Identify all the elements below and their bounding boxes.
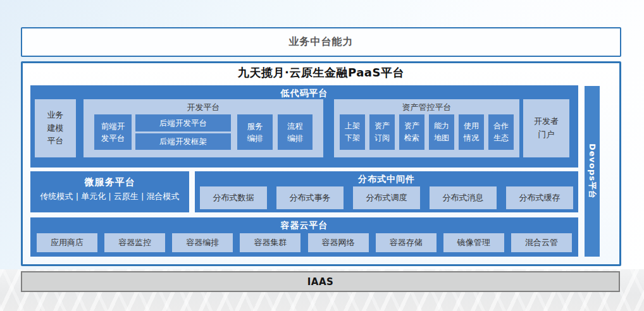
asset-item-label: 上架下架 xyxy=(345,120,361,143)
iaas-bar: IAAS xyxy=(21,271,620,292)
frontend-dev-platform-label: 前端开发平台 xyxy=(101,120,125,145)
asset-control-panel: 资产管控平台 上架下架 资产订阅 资产检索 能力地图 使用情况 xyxy=(334,99,519,157)
backend-dev-platform-box: 后端开发平台 xyxy=(135,114,231,131)
asset-item-label: 合作生态 xyxy=(493,120,509,143)
container-item-box: 容器监控 xyxy=(104,233,165,252)
developer-portal-box: 开发者门户 xyxy=(523,99,569,157)
service-orchestration-box: 服务编排 xyxy=(237,114,273,150)
section-distributed-middleware: 分布式中间件 分布式数据 分布式事务 分布式调度 分布式消息 分布式缓存 xyxy=(195,171,578,212)
middleware-items: 分布式数据 分布式事务 分布式调度 分布式消息 分布式缓存 xyxy=(195,186,578,209)
asset-item-label: 资产检索 xyxy=(404,120,420,143)
paas-platform-box: 九天揽月·云原生金融PaaS平台 低代码平台 业务建模平台 开发平台 前端开发平… xyxy=(21,61,621,266)
middleware-item-box: 分布式消息 xyxy=(430,186,497,209)
lowcode-body: 业务建模平台 开发平台 前端开发平台 后端开发平台 后端开发框架 服务编排 xyxy=(30,99,578,157)
container-item-box: 容器编排 xyxy=(172,233,233,252)
container-cloud-items: 应用商店 容器监控 容器编排 容器集群 容器网络 容器存储 镜像管理 混合云管 xyxy=(30,233,578,252)
devops-platform-label: Devops平台 xyxy=(586,143,598,199)
container-item-box: 镜像管理 xyxy=(443,233,504,252)
frontend-dev-platform-box: 前端开发平台 xyxy=(94,114,132,150)
microservice-title: 微服务平台 xyxy=(30,176,189,188)
asset-control-title: 资产管控平台 xyxy=(334,99,519,114)
business-modeling-platform-box: 业务建模平台 xyxy=(35,99,76,157)
asset-item-box: 上架下架 xyxy=(340,114,365,150)
iaas-label: IAAS xyxy=(307,276,334,288)
asset-item-label: 能力地图 xyxy=(434,120,450,143)
container-item-box: 应用商店 xyxy=(37,233,97,252)
section-lowcode-platform: 低代码平台 业务建模平台 开发平台 前端开发平台 后端开发平台 后端开发框架 xyxy=(30,85,578,168)
container-cloud-title: 容器云平台 xyxy=(30,217,578,231)
asset-item-box: 合作生态 xyxy=(488,114,514,150)
platform-title: 九天揽月·云原生金融PaaS平台 xyxy=(23,65,619,80)
business-midplatform-banner: 业务中台能力 xyxy=(21,27,621,57)
backend-dev-framework-box: 后端开发框架 xyxy=(135,133,231,150)
dev-platform-title: 开发平台 xyxy=(84,99,323,114)
asset-item-label: 使用情况 xyxy=(464,120,480,143)
section-container-cloud: 容器云平台 应用商店 容器监控 容器编排 容器集群 容器网络 容器存储 镜像管理… xyxy=(30,217,578,257)
backend-stack: 后端开发平台 后端开发框架 xyxy=(135,114,231,150)
asset-item-label: 资产订阅 xyxy=(375,120,390,143)
container-item-box: 容器存储 xyxy=(376,233,437,252)
asset-item-box: 能力地图 xyxy=(429,114,454,150)
paas-architecture-diagram: 业务中台能力 九天揽月·云原生金融PaaS平台 低代码平台 业务建模平台 开发平… xyxy=(0,0,644,311)
dev-platform-items: 前端开发平台 后端开发平台 后端开发框架 服务编排 流程编排 xyxy=(84,114,323,150)
service-orchestration-label: 服务编排 xyxy=(247,120,263,145)
asset-item-box: 资产检索 xyxy=(399,114,424,150)
middleware-title: 分布式中间件 xyxy=(195,171,578,185)
process-orchestration-label: 流程编排 xyxy=(287,120,304,145)
asset-control-items: 上架下架 资产订阅 资产检索 能力地图 使用情况 合作生态 xyxy=(334,114,519,150)
asset-item-box: 使用情况 xyxy=(459,114,484,150)
middleware-item-box: 分布式数据 xyxy=(200,186,267,209)
business-modeling-label: 业务建模平台 xyxy=(47,109,64,148)
middleware-item-box: 分布式事务 xyxy=(276,186,344,209)
asset-item-box: 资产订阅 xyxy=(369,114,395,150)
dev-platform-panel: 开发平台 前端开发平台 后端开发平台 后端开发框架 服务编排 xyxy=(84,99,323,157)
middleware-item-box: 分布式缓存 xyxy=(506,186,573,209)
container-item-box: 混合云管 xyxy=(511,233,572,252)
developer-portal-label: 开发者门户 xyxy=(534,115,559,142)
process-orchestration-box: 流程编排 xyxy=(278,114,313,150)
section-microservice-platform: 微服务平台 传统模式 | 单元化 | 云原生 | 混合模式 xyxy=(30,171,189,212)
business-midplatform-label: 业务中台能力 xyxy=(289,35,354,49)
container-item-box: 容器网络 xyxy=(308,233,369,252)
lowcode-title: 低代码平台 xyxy=(30,85,578,99)
container-item-box: 容器集群 xyxy=(240,233,300,252)
microservice-modes: 传统模式 | 单元化 | 云原生 | 混合模式 xyxy=(30,191,189,202)
middleware-item-box: 分布式调度 xyxy=(353,186,420,209)
devops-platform-bar: Devops平台 xyxy=(585,86,600,257)
